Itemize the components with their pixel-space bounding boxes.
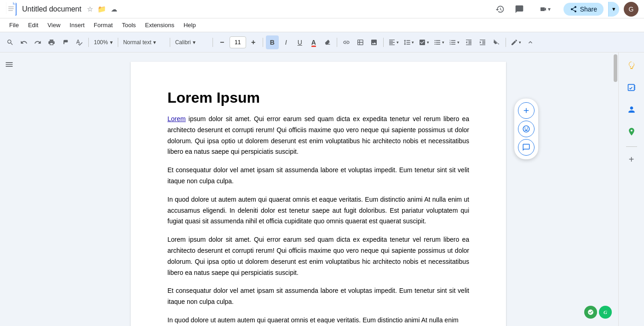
sep2 <box>118 38 118 47</box>
body-area: Lorem Ipsum Lorem ipsum dolor sit amet. … <box>0 52 644 326</box>
tasks-button[interactable] <box>622 78 641 97</box>
history-button[interactable] <box>493 2 507 17</box>
undo-button[interactable] <box>17 35 30 49</box>
menu-edit[interactable]: Edit <box>24 20 42 30</box>
font-size-decrease[interactable]: − <box>216 35 229 49</box>
title-bar-right: ▾ Share ▾ G <box>493 2 638 17</box>
sep4 <box>213 38 213 47</box>
menu-tools[interactable]: Tools <box>118 20 139 30</box>
font-size-increase[interactable]: + <box>247 35 260 49</box>
paragraph-4: Lorem ipsum dolor sit amet. Qui error ea… <box>167 234 469 278</box>
left-sidebar <box>0 52 18 326</box>
style-select[interactable]: Normal text ▾ <box>121 36 167 49</box>
bold-button[interactable]: B <box>266 35 279 49</box>
svg-rect-3 <box>8 8 14 9</box>
title-area: Untitled document ☆ 📁 ☁ <box>22 5 493 13</box>
menu-extensions[interactable]: Extensions <box>141 20 178 30</box>
toolbar: 100% ▾ Normal text ▾ Calibri ▾ − + B I U… <box>0 32 644 52</box>
doc-title-heading: Lorem Ipsum <box>167 89 469 106</box>
font-size-input[interactable] <box>230 36 246 48</box>
menu-help[interactable]: Help <box>180 20 200 30</box>
pen-tool-button[interactable]: ▾ <box>509 35 523 49</box>
title-bar: Untitled document ☆ 📁 ☁ ▾ Share ▾ G <box>0 0 644 18</box>
search-button[interactable] <box>4 35 17 49</box>
sep7 <box>383 38 384 47</box>
right-sidebar: + <box>618 52 644 326</box>
vertical-scrollbar-track[interactable] <box>613 52 618 326</box>
zoom-select[interactable]: 100% ▾ <box>92 36 115 49</box>
paragraph-5: Et consequatur dolor vel amet ipsam sit … <box>167 285 469 308</box>
avatar[interactable]: G <box>624 2 638 17</box>
menu-insert[interactable]: Insert <box>66 20 88 30</box>
add-content-button[interactable] <box>518 102 535 119</box>
keep-notes-button[interactable] <box>622 56 641 75</box>
svg-rect-4 <box>8 10 13 11</box>
paint-format-button[interactable] <box>59 35 72 49</box>
paragraph-2: Et consequatur dolor vel amet ipsam sit … <box>167 165 469 187</box>
meet-button[interactable]: ▾ <box>531 2 559 17</box>
menu-view[interactable]: View <box>44 20 64 30</box>
star-icon[interactable]: ☆ <box>87 5 93 13</box>
indent-increase-button[interactable] <box>476 35 489 49</box>
menu-bar: File Edit View Insert Format Tools Exten… <box>0 18 644 32</box>
text-color-button[interactable]: A <box>307 35 320 49</box>
line-spacing-button[interactable]: ▾ <box>402 35 416 49</box>
checklist-button[interactable]: ▾ <box>417 35 431 49</box>
comment-button[interactable] <box>518 139 535 156</box>
doc-title-row: Untitled document ☆ 📁 ☁ <box>22 5 493 13</box>
menu-format[interactable]: Format <box>90 20 116 30</box>
bottom-badges: G <box>584 306 612 319</box>
green-badge[interactable] <box>584 306 597 319</box>
image-button[interactable] <box>368 35 380 49</box>
outline-toggle[interactable] <box>3 58 16 73</box>
doc-area[interactable]: Lorem Ipsum Lorem ipsum dolor sit amet. … <box>18 52 618 326</box>
cloud-icon[interactable]: ☁ <box>111 6 117 13</box>
contacts-button[interactable] <box>622 100 641 119</box>
italic-button[interactable]: I <box>280 35 293 49</box>
clear-formatting-button[interactable] <box>490 35 503 49</box>
sep3 <box>170 38 170 47</box>
indent-decrease-button[interactable] <box>462 35 475 49</box>
font-select[interactable]: Calibri ▾ <box>173 36 210 49</box>
sep5 <box>263 38 263 47</box>
sep6 <box>337 38 337 47</box>
paragraph-1: Lorem ipsum dolor sit amet. Qui error ea… <box>167 114 469 157</box>
highlight-button[interactable] <box>321 35 334 49</box>
sep1 <box>88 38 89 47</box>
sep8 <box>506 38 506 47</box>
underline-button[interactable]: U <box>293 35 306 49</box>
paragraph-3: In quod dolore ut autem autem qui quaera… <box>167 194 469 227</box>
lorem-link[interactable]: Lorem <box>167 115 186 122</box>
sidebar-divider <box>626 146 637 147</box>
add-sidebar-app[interactable]: + <box>629 154 634 165</box>
maps-button[interactable] <box>622 122 641 141</box>
comments-button[interactable] <box>512 2 527 17</box>
menu-file[interactable]: File <box>6 20 23 30</box>
grammarly-badge[interactable]: G <box>599 306 612 319</box>
redo-button[interactable] <box>31 35 44 49</box>
align-button[interactable]: ▾ <box>386 35 401 49</box>
print-button[interactable] <box>45 35 58 49</box>
share-label: Share <box>580 6 597 13</box>
doc-page: Lorem Ipsum Lorem ipsum dolor sit amet. … <box>131 62 506 326</box>
expand-toolbar-button[interactable] <box>524 35 537 49</box>
table-button[interactable] <box>354 35 367 49</box>
docs-icon <box>6 2 18 17</box>
share-dropdown-button[interactable]: ▾ <box>608 2 619 17</box>
float-action-panel <box>514 99 538 159</box>
folder-icon[interactable]: 📁 <box>98 5 106 13</box>
num-list-button[interactable]: ▾ <box>447 35 461 49</box>
vertical-scrollbar-thumb[interactable] <box>614 54 617 82</box>
link-button[interactable] <box>340 35 353 49</box>
doc-title[interactable]: Untitled document <box>22 5 81 13</box>
svg-rect-2 <box>8 6 14 7</box>
bullet-list-button[interactable]: ▾ <box>432 35 446 49</box>
paragraph-6: In quod dolore ut autem autem qui quaera… <box>167 315 469 326</box>
share-button[interactable]: Share <box>564 3 604 16</box>
emoji-button[interactable] <box>518 121 535 137</box>
spell-check-button[interactable] <box>73 35 86 49</box>
